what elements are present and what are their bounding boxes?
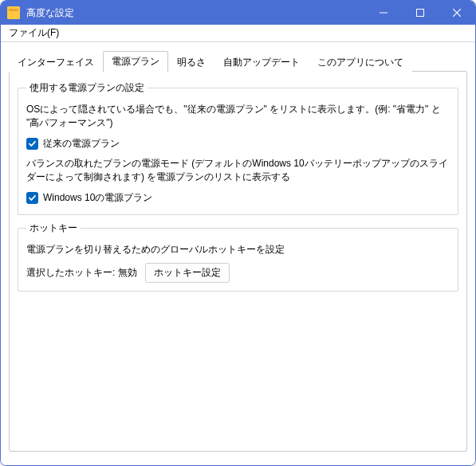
tab-strip: インターフェイス 電源プラン 明るさ 自動アップデート このアプリについて — [9, 50, 467, 72]
titlebar: 高度な設定 — [1, 1, 475, 25]
checkbox-traditional-label: 従来の電源プラン — [43, 137, 120, 151]
group-hotkey: ホットキー 電源プランを切り替えるためのグローバルホットキーを設定 選択したホッ… — [18, 221, 458, 292]
tab-power-plan[interactable]: 電源プラン — [103, 51, 168, 72]
desc-win10-mode: バランスの取れたプランの電源モード (デフォルトのWindows 10バッテリー… — [26, 157, 450, 185]
tab-about[interactable]: このアプリについて — [309, 52, 412, 72]
tab-auto-update[interactable]: 自動アップデート — [214, 52, 309, 72]
checkbox-traditional[interactable] — [26, 138, 38, 150]
minimize-button[interactable] — [365, 1, 402, 25]
desc-hotkey: 電源プランを切り替えるためのグローバルホットキーを設定 — [26, 243, 450, 256]
window-title: 高度な設定 — [26, 6, 74, 20]
desc-traditional-plans: OSによって隠されている場合でも、"従来の電源プラン" をリストに表示します。(… — [26, 103, 450, 131]
selected-hotkey-label: 選択したホットキー: 無効 — [26, 266, 137, 280]
check-row-traditional[interactable]: 従来の電源プラン — [26, 137, 450, 151]
tab-interface[interactable]: インターフェイス — [9, 52, 103, 72]
group-power-plan: 使用する電源プランの設定 OSによって隠されている場合でも、"従来の電源プラン"… — [18, 81, 458, 215]
check-row-win10[interactable]: Windows 10の電源プラン — [26, 191, 450, 205]
hotkey-settings-button[interactable]: ホットキー設定 — [145, 263, 230, 283]
tab-page-power-plan: 使用する電源プランの設定 OSによって隠されている場合でも、"従来の電源プラン"… — [9, 71, 467, 452]
svg-rect-1 — [9, 9, 18, 11]
menu-file[interactable]: ファイル(F) — [4, 25, 64, 41]
menubar: ファイル(F) — [1, 25, 475, 42]
checkbox-win10[interactable] — [26, 192, 38, 204]
app-icon — [7, 6, 20, 19]
group-power-plan-legend: 使用する電源プランの設定 — [26, 81, 148, 95]
svg-rect-2 — [417, 10, 424, 17]
maximize-button[interactable] — [402, 1, 439, 25]
client-area: インターフェイス 電源プラン 明るさ 自動アップデート このアプリについて 使用… — [1, 42, 475, 465]
tab-brightness[interactable]: 明るさ — [168, 52, 214, 72]
hotkey-row: 選択したホットキー: 無効 ホットキー設定 — [26, 263, 450, 283]
window: 高度な設定 ファイル(F) インターフェイス 電源プラン 明るさ 自動アップデー… — [0, 0, 476, 466]
checkbox-win10-label: Windows 10の電源プラン — [43, 191, 152, 205]
close-button[interactable] — [439, 1, 475, 25]
group-hotkey-legend: ホットキー — [26, 221, 81, 235]
